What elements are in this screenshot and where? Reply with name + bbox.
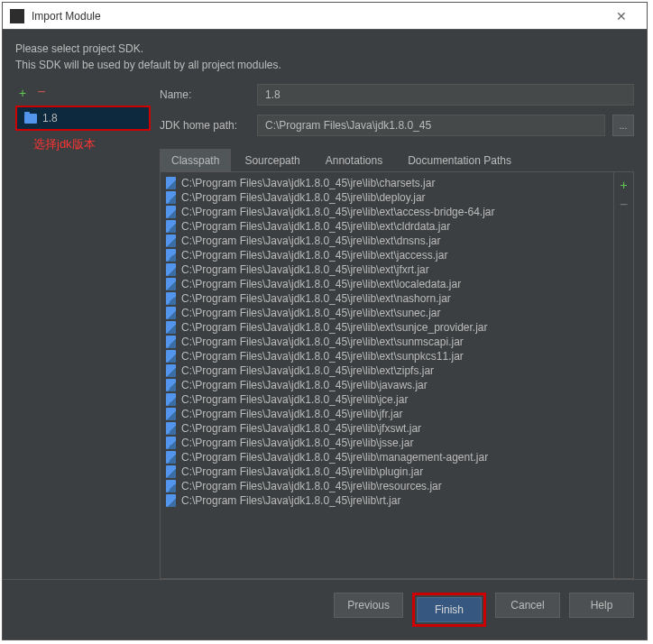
- jar-file-icon: [166, 292, 176, 305]
- list-item[interactable]: C:\Program Files\Java\jdk1.8.0_45\jre\li…: [162, 349, 612, 363]
- list-item[interactable]: C:\Program Files\Java\jdk1.8.0_45\jre\li…: [162, 436, 612, 450]
- jar-file-icon: [166, 408, 176, 420]
- home-path-row: JDK home path: ...: [160, 115, 634, 136]
- tabs: Classpath Sourcepath Annotations Documen…: [160, 149, 634, 172]
- list-item[interactable]: C:\Program Files\Java\jdk1.8.0_45\jre\li…: [162, 378, 612, 392]
- browse-button[interactable]: ...: [612, 115, 634, 136]
- instructions: Please select project SDK. This SDK will…: [15, 41, 634, 73]
- list-item-path: C:\Program Files\Java\jdk1.8.0_45\jre\li…: [181, 422, 421, 435]
- list-item[interactable]: C:\Program Files\Java\jdk1.8.0_45\jre\li…: [162, 219, 612, 234]
- list-item[interactable]: C:\Program Files\Java\jdk1.8.0_45\jre\li…: [162, 493, 612, 508]
- annotation-text: 选择jdk版本: [15, 136, 151, 152]
- tab-documentation-paths[interactable]: Documentation Paths: [396, 149, 523, 171]
- home-path-input[interactable]: [257, 115, 605, 136]
- list-item[interactable]: C:\Program Files\Java\jdk1.8.0_45\jre\li…: [162, 479, 612, 493]
- jar-file-icon: [166, 307, 176, 319]
- list-item[interactable]: C:\Program Files\Java\jdk1.8.0_45\jre\li…: [162, 234, 612, 248]
- cancel-button[interactable]: Cancel: [495, 593, 560, 618]
- jar-file-icon: [166, 379, 176, 391]
- name-label: Name:: [160, 88, 250, 101]
- file-list[interactable]: C:\Program Files\Java\jdk1.8.0_45\jre\li…: [161, 172, 613, 578]
- sdk-item-label: 1.8: [42, 112, 58, 124]
- jar-file-icon: [166, 220, 176, 233]
- window-title: Import Module: [32, 10, 603, 23]
- jar-file-icon: [166, 177, 176, 189]
- list-item[interactable]: C:\Program Files\Java\jdk1.8.0_45\jre\li…: [162, 291, 612, 306]
- classpath-list-container: C:\Program Files\Java\jdk1.8.0_45\jre\li…: [160, 172, 634, 579]
- tab-sourcepath[interactable]: Sourcepath: [233, 149, 311, 171]
- previous-button[interactable]: Previous: [334, 593, 403, 618]
- instruction-line-2: This SDK will be used by default by all …: [15, 57, 634, 73]
- app-icon: [10, 9, 24, 23]
- jar-file-icon: [166, 336, 176, 348]
- home-path-label: JDK home path:: [160, 119, 250, 132]
- jar-file-icon: [166, 465, 176, 478]
- add-sdk-icon[interactable]: +: [19, 86, 26, 100]
- list-item-path: C:\Program Files\Java\jdk1.8.0_45\jre\li…: [181, 292, 451, 305]
- close-icon[interactable]: ✕: [603, 9, 639, 23]
- name-input[interactable]: [257, 84, 634, 106]
- jar-file-icon: [166, 206, 176, 218]
- list-item-path: C:\Program Files\Java\jdk1.8.0_45\jre\li…: [181, 307, 440, 319]
- list-item-path: C:\Program Files\Java\jdk1.8.0_45\jre\li…: [181, 191, 426, 204]
- list-item[interactable]: C:\Program Files\Java\jdk1.8.0_45\jre\li…: [162, 190, 612, 205]
- remove-classpath-icon[interactable]: −: [620, 199, 628, 210]
- list-toolbar: + −: [613, 172, 633, 578]
- list-item-path: C:\Program Files\Java\jdk1.8.0_45\jre\li…: [181, 494, 400, 507]
- import-module-window: Import Module ✕ Please select project SD…: [2, 2, 648, 640]
- list-item-path: C:\Program Files\Java\jdk1.8.0_45\jre\li…: [181, 321, 488, 334]
- footer: Previous Finish Cancel Help: [3, 579, 647, 639]
- jar-file-icon: [166, 235, 176, 247]
- list-item-path: C:\Program Files\Java\jdk1.8.0_45\jre\li…: [181, 278, 461, 290]
- list-item-path: C:\Program Files\Java\jdk1.8.0_45\jre\li…: [181, 249, 447, 262]
- tab-classpath[interactable]: Classpath: [160, 149, 231, 171]
- list-item[interactable]: C:\Program Files\Java\jdk1.8.0_45\jre\li…: [162, 407, 612, 421]
- list-item-path: C:\Program Files\Java\jdk1.8.0_45\jre\li…: [181, 451, 488, 464]
- content-area: Please select project SDK. This SDK will…: [3, 30, 647, 579]
- list-item-path: C:\Program Files\Java\jdk1.8.0_45\jre\li…: [181, 465, 423, 478]
- jar-file-icon: [166, 480, 176, 492]
- jar-file-icon: [166, 422, 176, 435]
- list-item[interactable]: C:\Program Files\Java\jdk1.8.0_45\jre\li…: [162, 306, 612, 320]
- jar-file-icon: [166, 191, 176, 204]
- list-item[interactable]: C:\Program Files\Java\jdk1.8.0_45\jre\li…: [162, 176, 612, 190]
- list-item[interactable]: C:\Program Files\Java\jdk1.8.0_45\jre\li…: [162, 421, 612, 436]
- sdk-sidebar: + − 1.8 选择jdk版本: [15, 84, 151, 579]
- list-item[interactable]: C:\Program Files\Java\jdk1.8.0_45\jre\li…: [162, 277, 612, 291]
- jar-file-icon: [166, 278, 176, 290]
- list-item-path: C:\Program Files\Java\jdk1.8.0_45\jre\li…: [181, 480, 442, 492]
- jar-file-icon: [166, 321, 176, 334]
- list-item[interactable]: C:\Program Files\Java\jdk1.8.0_45\jre\li…: [162, 262, 612, 277]
- list-item-path: C:\Program Files\Java\jdk1.8.0_45\jre\li…: [181, 350, 464, 363]
- list-item[interactable]: C:\Program Files\Java\jdk1.8.0_45\jre\li…: [162, 320, 612, 335]
- list-item[interactable]: C:\Program Files\Java\jdk1.8.0_45\jre\li…: [162, 465, 612, 479]
- list-item-path: C:\Program Files\Java\jdk1.8.0_45\jre\li…: [181, 393, 408, 406]
- list-item-path: C:\Program Files\Java\jdk1.8.0_45\jre\li…: [181, 408, 402, 420]
- jar-file-icon: [166, 364, 176, 377]
- sdk-item-18[interactable]: 1.8: [15, 106, 151, 131]
- jar-file-icon: [166, 437, 176, 449]
- jar-file-icon: [166, 263, 176, 276]
- finish-highlight: Finish: [412, 593, 486, 627]
- list-item[interactable]: C:\Program Files\Java\jdk1.8.0_45\jre\li…: [162, 363, 612, 378]
- list-item-path: C:\Program Files\Java\jdk1.8.0_45\jre\li…: [181, 220, 450, 233]
- remove-sdk-icon[interactable]: −: [37, 86, 45, 100]
- help-button[interactable]: Help: [569, 593, 634, 618]
- jar-file-icon: [166, 494, 176, 507]
- list-item[interactable]: C:\Program Files\Java\jdk1.8.0_45\jre\li…: [162, 205, 612, 219]
- jar-file-icon: [166, 451, 176, 464]
- list-item[interactable]: C:\Program Files\Java\jdk1.8.0_45\jre\li…: [162, 450, 612, 465]
- jar-file-icon: [166, 249, 176, 262]
- finish-button[interactable]: Finish: [417, 597, 482, 622]
- jar-file-icon: [166, 350, 176, 363]
- list-item[interactable]: C:\Program Files\Java\jdk1.8.0_45\jre\li…: [162, 248, 612, 262]
- list-item[interactable]: C:\Program Files\Java\jdk1.8.0_45\jre\li…: [162, 392, 612, 407]
- list-item-path: C:\Program Files\Java\jdk1.8.0_45\jre\li…: [181, 379, 428, 391]
- main-area: + − 1.8 选择jdk版本 Name: JDK home path: .: [15, 84, 634, 579]
- list-item-path: C:\Program Files\Java\jdk1.8.0_45\jre\li…: [181, 437, 413, 449]
- jar-file-icon: [166, 393, 176, 406]
- tab-annotations[interactable]: Annotations: [314, 149, 394, 171]
- list-item-path: C:\Program Files\Java\jdk1.8.0_45\jre\li…: [181, 177, 435, 189]
- add-classpath-icon[interactable]: +: [620, 178, 627, 192]
- list-item[interactable]: C:\Program Files\Java\jdk1.8.0_45\jre\li…: [162, 335, 612, 349]
